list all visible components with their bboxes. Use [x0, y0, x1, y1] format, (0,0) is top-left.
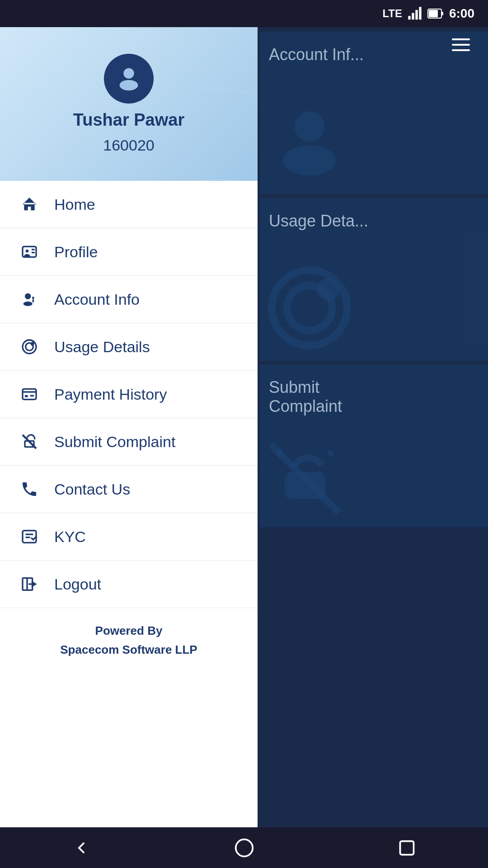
svg-point-17 — [26, 250, 29, 253]
sidebar-item-usage-details[interactable]: Usage Details — [0, 323, 258, 371]
hamburger-line-3 — [452, 49, 470, 51]
sidebar-item-submit-complaint[interactable]: Submit Complaint — [0, 418, 258, 466]
hamburger-line-2 — [452, 44, 470, 46]
account-info-icon — [18, 290, 41, 308]
sidebar-item-logout[interactable]: Logout — [0, 561, 258, 608]
svg-point-11 — [317, 278, 340, 300]
svg-point-15 — [120, 80, 138, 90]
sidebar-item-label: Submit Complaint — [54, 433, 175, 451]
submit-complaint-card[interactable]: Submit Complaint — [260, 364, 488, 527]
home-nav-button[interactable] — [221, 832, 267, 863]
sidebar-item-payment-history[interactable]: Payment History — [0, 371, 258, 418]
sidebar-item-kyc[interactable]: KYC — [0, 513, 258, 561]
user-name: Tushar Pawar — [73, 110, 184, 130]
menu-list: Home Profile — [0, 181, 258, 868]
drawer-header: Tushar Pawar 160020 — [0, 27, 258, 181]
account-info-card-title: Account Inf... — [269, 45, 364, 64]
powered-by: Powered By Spacecom Software LLP — [0, 608, 258, 673]
account-info-card-icon — [264, 96, 355, 194]
svg-point-21 — [23, 302, 33, 306]
svg-rect-29 — [25, 395, 28, 397]
usage-details-card[interactable]: Usage Deta... — [260, 198, 488, 361]
logout-icon — [18, 575, 41, 593]
sidebar-item-home[interactable]: Home — [0, 181, 258, 228]
recent-apps-button[interactable] — [384, 832, 429, 863]
kyc-icon — [18, 528, 41, 546]
sidebar-item-contact-us[interactable]: Contact Us — [0, 466, 258, 513]
sidebar-item-profile[interactable]: Profile — [0, 228, 258, 276]
usage-details-card-title: Usage Deta... — [269, 212, 368, 231]
submit-complaint-card-title: Submit Complaint — [269, 378, 342, 416]
hamburger-line-1 — [452, 38, 470, 40]
sidebar-item-label: Contact Us — [54, 481, 130, 498]
avatar — [104, 54, 154, 104]
account-info-card[interactable]: Account Inf... — [260, 32, 488, 194]
usage-details-card-icon — [264, 263, 355, 361]
battery-icon — [427, 7, 444, 20]
svg-point-14 — [123, 68, 134, 79]
usage-details-icon — [18, 338, 41, 356]
bottom-nav-bar — [0, 827, 488, 868]
lte-icon: LTE — [382, 7, 402, 20]
svg-rect-5 — [429, 10, 438, 17]
status-bar: LTE 6:00 — [0, 0, 488, 27]
payment-history-icon — [18, 385, 41, 403]
svg-rect-13 — [285, 472, 325, 499]
svg-point-7 — [295, 111, 325, 142]
svg-point-39 — [235, 839, 253, 856]
clock: 6:00 — [449, 6, 474, 21]
status-icons: LTE 6:00 — [382, 6, 474, 21]
home-icon — [18, 195, 41, 213]
svg-point-8 — [283, 145, 336, 175]
sidebar-item-label: Payment History — [54, 386, 167, 403]
contact-us-icon — [18, 480, 41, 498]
right-panel: Account Inf... Usage Deta... Submit Comp… — [260, 27, 488, 868]
svg-rect-27 — [23, 389, 36, 399]
svg-point-20 — [25, 293, 31, 299]
sidebar-item-account-info[interactable]: Account Info — [0, 276, 258, 323]
sidebar-item-label: Home — [54, 196, 95, 213]
user-code: 160020 — [103, 137, 154, 154]
sidebar-item-label: KYC — [54, 528, 86, 546]
svg-rect-40 — [400, 841, 413, 854]
sidebar-item-label: Account Info — [54, 291, 140, 308]
profile-icon — [18, 243, 41, 261]
submit-complaint-icon — [18, 433, 41, 451]
svg-point-24 — [23, 340, 36, 354]
svg-rect-2 — [415, 10, 418, 19]
svg-point-26 — [31, 342, 34, 345]
svg-point-22 — [32, 297, 34, 299]
svg-rect-1 — [412, 13, 414, 20]
submit-complaint-card-icon — [264, 438, 346, 527]
sidebar-item-label: Logout — [54, 576, 101, 593]
back-button[interactable] — [59, 832, 104, 863]
svg-rect-0 — [408, 16, 410, 19]
hamburger-button[interactable] — [447, 34, 474, 56]
sidebar-item-label: Usage Details — [54, 338, 150, 356]
svg-rect-6 — [441, 12, 443, 15]
nav-drawer: Tushar Pawar 160020 Home — [0, 27, 258, 868]
signal-icon — [408, 6, 422, 21]
sidebar-item-label: Profile — [54, 243, 98, 261]
svg-rect-3 — [419, 7, 421, 19]
